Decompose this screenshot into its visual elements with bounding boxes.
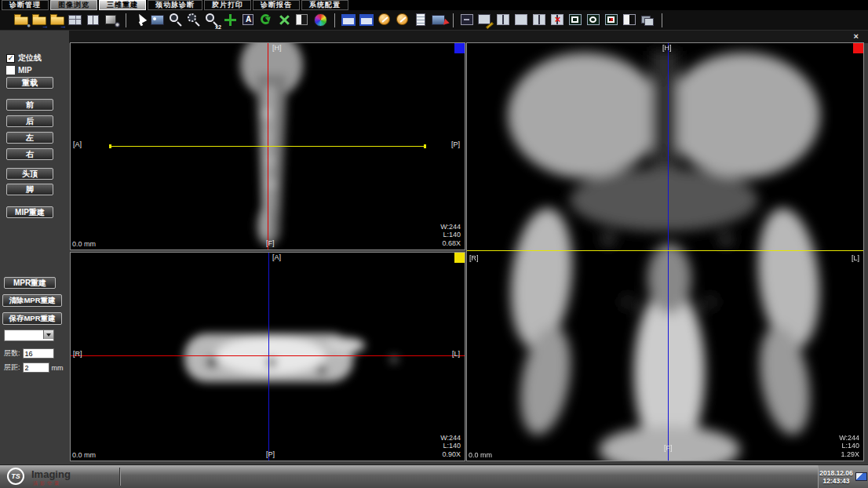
color-palette-icon[interactable] [312,12,329,28]
zoom-icon[interactable] [168,12,184,28]
axial-vertical-crosshair[interactable] [268,253,269,461]
zoom-2x-icon[interactable]: x2 [204,12,221,28]
invert-contrast-icon[interactable] [294,12,311,28]
coronal-mri-image [467,43,863,461]
toolbar-separator [662,13,662,27]
sagittal-viewport[interactable]: [H] [F] [A] [P] 0.0 mm W:244 L:140 0.68X [70,42,465,250]
export-image-icon[interactable] [359,12,375,28]
clear-mpr-button[interactable]: 清除MPR重建 [2,294,62,307]
layers-input[interactable] [23,348,54,359]
head-button[interactable]: 头顶 [6,168,53,180]
calendar-icon [855,472,867,481]
viewport-header-strip: × [69,31,868,43]
orientation-label-top: [A] [272,253,281,261]
toolbar-separator [334,13,335,27]
refresh-icon[interactable] [258,12,275,28]
toolbar-separator [453,13,454,27]
orientation-label-right: [L] [852,254,859,262]
fit-screen-icon[interactable] [276,12,293,28]
mip-checkbox[interactable] [6,66,15,75]
window-level-icon[interactable] [150,12,166,28]
menu-tab-7[interactable]: 系统配置 [301,0,348,10]
menu-tab-3[interactable]: 三维重建 [99,0,146,10]
export-folder-icon[interactable]: → [49,12,66,28]
spacing-label: 层距: [4,362,20,373]
coronal-viewport[interactable]: [H] [F] [R] [L] 0.0 mm W:244 L:140 1.29X [466,42,864,461]
report-icon[interactable] [413,12,429,28]
layout-2col-icon[interactable] [495,12,512,28]
worklist-icon[interactable] [67,12,84,28]
zoom-region-icon[interactable] [186,12,202,28]
axial-horizontal-crosshair[interactable] [71,355,465,356]
brand-subtitle: 清影华康 [33,480,61,487]
measure-angle-icon[interactable] [395,12,411,28]
slice-position-text: 0.0 mm [72,451,96,459]
roi-delete-icon[interactable]: × [604,12,620,28]
axial-viewport[interactable]: [A] [P] [R] [L] 0.0 mm W:244 L:140 0.90X [70,252,465,461]
orientation-label-right: [L] [452,350,460,358]
mip-label: MIP [18,66,32,75]
open-study-folder-icon[interactable]: ● [13,12,30,28]
brand-name: Imaging [31,468,71,480]
menu-tab-2[interactable]: 图像浏览 [50,0,97,10]
pointer-icon[interactable] [132,12,148,28]
close-icon[interactable]: × [854,31,859,42]
save-mpr-button[interactable]: 保存MPR重建 [2,312,62,325]
import-folder-icon[interactable]: → [31,12,48,28]
mpr-series-select[interactable] [4,330,54,341]
menu-tab-4[interactable]: 颈动脉诊断 [148,0,202,10]
orientation-label-bottom: [F] [664,444,673,452]
pan-icon[interactable] [222,12,239,28]
save-image-icon[interactable] [431,12,447,28]
sagittal-horizontal-crosshair[interactable] [111,146,424,147]
back-button[interactable]: 后 [6,115,53,127]
measure-length-icon[interactable] [377,12,393,28]
window-level-text: W:244 L:140 0.68X [440,223,461,248]
front-button[interactable]: 前 [6,99,53,111]
menu-tab-6[interactable]: 诊断报告 [253,0,300,10]
reload-button[interactable]: 重载 [6,77,53,89]
chevron-down-icon[interactable] [43,330,53,339]
left-button[interactable]: 左 [6,132,53,144]
slice-position-text: 0.0 mm [469,451,492,459]
menu-tab-5[interactable]: 胶片打印 [204,0,251,10]
spacing-unit: mm [52,364,64,372]
coronal-corner-marker [853,43,863,53]
mip-row: MIP [6,66,32,75]
orientation-label-left: [R] [73,350,82,358]
datetime-box: 2018.12.06 12:43:43 [818,465,868,488]
orientation-label-bottom: [F] [266,239,275,247]
coronal-horizontal-crosshair[interactable] [467,250,863,251]
orientation-label-left: [R] [469,254,479,262]
locator-line-checkbox[interactable]: ✓ [6,54,15,63]
roi-rect-icon[interactable] [567,12,584,28]
volume-3d-icon[interactable] [104,12,120,28]
time-text: 12:43:43 [819,477,853,485]
locator-line-row: ✓ 定位线 [6,53,42,64]
locator-line-label: 定位线 [18,53,42,64]
orientation-label-top: [H] [662,44,672,52]
cascade-windows-icon[interactable] [640,12,656,28]
mpr-rebuild-button[interactable]: MPR重建 [4,277,56,289]
spacing-input[interactable] [23,362,49,373]
layout-1x1-icon[interactable] [459,12,476,28]
right-button[interactable]: 右 [6,148,53,160]
layout-close-icon[interactable]: × [549,12,566,28]
film-view-icon[interactable] [86,12,102,28]
layers-label: 层数: [4,348,20,359]
orientation-label-bottom: [P] [266,450,275,458]
window-level-text: W:244 L:140 0.90X [440,434,461,459]
split-view-icon[interactable] [622,12,638,28]
layout-2x2-icon[interactable] [531,12,548,28]
menu-tab-1[interactable]: 诊断管理 [2,0,49,10]
roi-ellipse-icon[interactable] [585,12,602,28]
menu-bar: 诊断管理图像浏览三维重建颈动脉诊断胶片打印诊断报告系统配置 [0,0,868,10]
annotation-icon[interactable]: A [240,12,257,28]
coronal-vertical-crosshair[interactable] [668,43,669,461]
slice-position-text: 0.0 mm [72,240,96,248]
foot-button[interactable]: 脚 [6,184,53,195]
layout-edit-icon[interactable] [477,12,494,28]
mip-rebuild-button[interactable]: MIP重建 [6,206,53,218]
import-image-icon[interactable] [341,12,357,28]
layout-2row-icon[interactable] [513,12,530,28]
